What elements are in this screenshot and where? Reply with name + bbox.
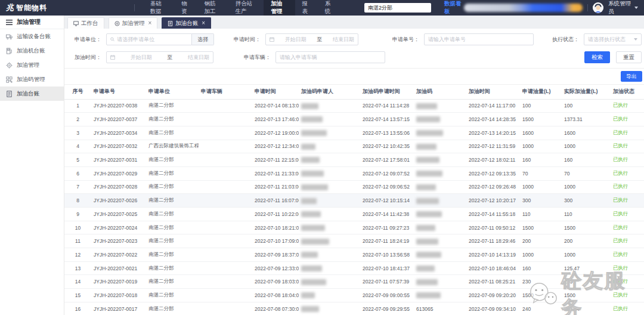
close-icon[interactable]: ×	[148, 20, 152, 26]
redacted-text	[301, 279, 326, 285]
main-menu: 基础数据 物资 钢筋加工 拌合站生产 加油管理 报表 系统	[143, 0, 340, 16]
table-cell	[199, 275, 252, 289]
apply-unit-field[interactable]	[117, 36, 188, 42]
table-cell: JYJH-202207-0024	[91, 221, 146, 234]
table-cell: 2022-07-12 10:15:14	[360, 194, 414, 208]
table-row[interactable]: 14JYJH-202207-0019南湛二分部2022-07-09 18:03:…	[64, 275, 644, 289]
table-cell: 9	[64, 208, 91, 221]
table-cell: 2022-07-11 18:24:19	[360, 234, 414, 248]
tab-workbench[interactable]: 工作台	[67, 17, 104, 29]
close-icon[interactable]: ×	[202, 20, 205, 26]
table-cell: 10	[64, 221, 91, 234]
order-no-input[interactable]	[424, 33, 534, 45]
table-cell: 2022-07-12 09:13:35	[466, 166, 520, 180]
table-cell: 70	[520, 166, 562, 180]
redacted-text	[301, 116, 323, 122]
table-row[interactable]: 2JYJH-202207-0037南湛二分部2022-07-13 17:46:0…	[64, 113, 644, 126]
sidebar-item-dispenser-ledger[interactable]: 加油机台账	[0, 44, 64, 58]
table-cell: 已执行	[611, 261, 644, 275]
table-cell: 已执行	[611, 302, 644, 315]
menu-item-fueling[interactable]: 加油管理	[264, 0, 295, 16]
menu-item-base-data[interactable]: 基础数据	[143, 0, 174, 16]
redacted-text	[301, 171, 324, 177]
table-cell: 已执行	[611, 180, 644, 194]
table-cell: 2022-07-14 13:57:15	[360, 113, 414, 126]
sidebar-item-fuel-ledger[interactable]: 加油台账	[0, 87, 64, 101]
redacted-text	[301, 225, 325, 231]
fuel-ledger-panel: 申请单位： 选择 申请时间：	[64, 29, 644, 315]
user-menu[interactable]: 系统管理员	[608, 0, 638, 16]
table-row[interactable]: 16JYJH-202207-0017南湛二分部2022-07-08 07:30:…	[64, 302, 644, 315]
vehicle-field[interactable]	[280, 54, 381, 60]
table-cell: JYJH-202207-0028	[91, 180, 146, 194]
hamburger-menu-icon[interactable]	[6, 20, 13, 25]
sidebar-item-transport-ledger[interactable]: 运输设备台账	[0, 29, 64, 44]
workbench-icon	[73, 21, 79, 26]
table-cell	[299, 194, 360, 208]
search-button[interactable]: 检索	[584, 51, 610, 63]
table-row[interactable]: 1JYJH-202207-0038南湛二分部2022-07-14 08:13:0…	[64, 99, 644, 113]
table-cell: 已执行	[611, 275, 644, 289]
navbar-divider	[134, 4, 135, 11]
column-header: 加油时间	[466, 85, 520, 99]
reset-button[interactable]: 重置	[616, 51, 642, 63]
table-cell: 110	[520, 208, 562, 221]
sidebar-item-label: 加油机台账	[17, 47, 45, 55]
table-row[interactable]: 6JYJH-202207-0029南湛二分部2022-07-11 21:33:0…	[64, 166, 644, 180]
org-search-input[interactable]	[364, 3, 431, 13]
table-cell	[199, 126, 252, 140]
dashboard-link[interactable]: 数据看板	[444, 0, 464, 16]
table-cell: 已执行	[611, 153, 644, 167]
sidebar-item-label: 加油管理	[17, 61, 39, 69]
sidebar-item-fuel-management[interactable]: 加油管理	[0, 58, 64, 72]
fuel-pump-icon	[6, 48, 13, 54]
table-row[interactable]: 11JYJH-202207-0023南湛二分部2022-07-10 17:09:…	[64, 234, 644, 248]
table-row[interactable]: 15JYJH-202207-0018南湛二分部2022-07-08 18:04:…	[64, 289, 644, 302]
table-row[interactable]: 10JYJH-202207-0024南湛二分部2022-07-10 18:21:…	[64, 221, 644, 234]
table-row[interactable]: 8JYJH-202207-0026南湛二分部2022-07-11 16:07:0…	[64, 194, 644, 208]
menu-item-materials[interactable]: 物资	[174, 0, 197, 16]
user-avatar[interactable]	[593, 2, 603, 13]
table-cell: 2022-07-09 18:37:00	[252, 248, 299, 262]
apply-time-range-picker[interactable]: 开始日期 至 结束日期	[265, 33, 358, 45]
table-cell: 已执行	[611, 194, 644, 208]
table-row[interactable]: 12JYJH-202207-0022南湛二分部2022-07-09 18:37:…	[64, 248, 644, 262]
table-row[interactable]: 9JYJH-202207-0025南湛二分部2022-07-11 10:22:0…	[64, 208, 644, 221]
menu-item-mixing-plant[interactable]: 拌合站生产	[228, 0, 264, 16]
main-content: 工作台 加油管理 × 加油台账 ×	[64, 16, 644, 315]
table-cell: 2022-07-09 09:00:55	[360, 289, 414, 302]
menu-item-rebar[interactable]: 钢筋加工	[197, 0, 228, 16]
table-cell: 6	[64, 166, 91, 180]
status-badge: 已执行	[613, 129, 628, 135]
exec-status-select[interactable]: 请选择执行状态	[584, 33, 642, 45]
redacted-text	[301, 157, 320, 163]
export-button[interactable]: 导出	[621, 71, 642, 82]
table-cell	[199, 194, 252, 208]
logo-text: 智能物料	[16, 3, 47, 13]
circle-icon	[114, 21, 120, 26]
table-row[interactable]: 13JYJH-202207-0021南湛二分部2022-07-09 12:33:…	[64, 261, 644, 275]
table-cell: 已执行	[611, 166, 644, 180]
table-row[interactable]: 7JYJH-202207-0028南湛二分部2022-07-11 21:03:0…	[64, 180, 644, 194]
status-badge: 已执行	[613, 251, 628, 257]
table-cell	[199, 234, 252, 248]
tab-fuel-management[interactable]: 加油管理 ×	[109, 17, 158, 29]
choose-unit-button[interactable]: 选择	[192, 33, 214, 45]
menu-item-system[interactable]: 系统	[318, 0, 340, 16]
table-row[interactable]: 5JYJH-202207-0031南湛二分部2022-07-11 22:15:0…	[64, 153, 644, 167]
table-cell: 南湛二分部	[146, 248, 199, 262]
menu-item-reports[interactable]: 报表	[295, 0, 318, 16]
table-cell: 613065	[414, 302, 466, 315]
vehicle-input[interactable]	[275, 51, 385, 63]
fuel-time-range-picker[interactable]: 开始日期 至 结束日期	[106, 51, 213, 63]
table-cell: 南湛二分部	[146, 289, 199, 302]
table-row[interactable]: 3JYJH-202207-0034南湛二分部2022-07-12 19:00:0…	[64, 126, 644, 140]
sidebar-item-fuel-code-management[interactable]: 加油码管理	[0, 72, 64, 87]
order-no-field[interactable]	[428, 36, 530, 42]
apply-unit-input[interactable]	[106, 33, 192, 45]
table-cell: 2022-07-13 17:46:00	[252, 113, 299, 126]
table-cell: 300	[520, 194, 562, 208]
table-row[interactable]: 4JYJH-202207-0032广西云际建筑装饰工程...2022-07-12…	[64, 140, 644, 153]
tab-fuel-ledger[interactable]: 加油台账 ×	[162, 17, 211, 29]
table-cell: JYJH-202207-0034	[91, 126, 146, 140]
